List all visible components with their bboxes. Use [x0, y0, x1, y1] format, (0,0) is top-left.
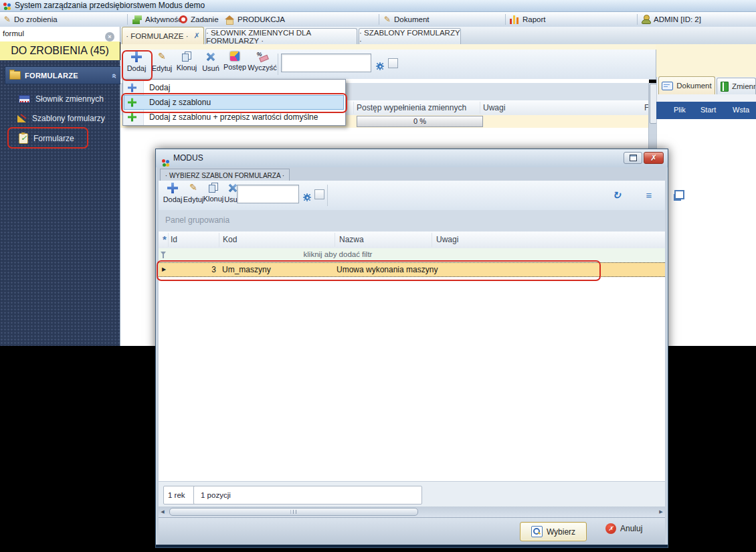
dialog-dodaj-button[interactable]: Dodaj: [163, 183, 183, 203]
scroll-left-icon[interactable]: ◀: [159, 507, 167, 517]
sidebar-search: ×: [0, 27, 120, 42]
select-magnifier-icon: [531, 526, 543, 537]
menu-item-produkcja[interactable]: PRODUKCJA: [223, 12, 287, 27]
column-header-uwagi[interactable]: Uwagi: [436, 235, 458, 244]
ribbon-tab-plik[interactable]: Plik: [674, 106, 686, 114]
menu-item-dodaj[interactable]: Dodaj: [124, 80, 344, 95]
usun-button[interactable]: Usuń: [199, 52, 222, 72]
clipboard-check-icon: [19, 133, 28, 144]
sidebar-nav: FORMULARZE Słownik zmiennych Szablony fo…: [0, 60, 120, 346]
pencil-icon: ✎: [189, 183, 197, 193]
scrollbar-thumb[interactable]: [169, 508, 418, 516]
tab-accent-band: [120, 44, 656, 50]
wybierz-button[interactable]: Wybierz: [520, 522, 587, 541]
dialog-grid-body: [159, 277, 665, 481]
tab-slownik-zmiennych[interactable]: · SŁOWNIK ZMIENNYCH DLA FORMULARZY ·: [205, 28, 357, 44]
add-dropdown-menu: Dodaj Dodaj z szablonu Dodaj z szablonu …: [122, 79, 346, 126]
close-tab-icon[interactable]: ✗: [194, 31, 200, 40]
column-header-id[interactable]: Id: [171, 235, 177, 244]
menu-item-do-zrobienia[interactable]: ✎ Do zrobienia: [2, 12, 60, 27]
clear-search-icon[interactable]: ×: [105, 32, 114, 41]
dialog-klonuj-button[interactable]: Klonuj: [203, 183, 224, 203]
menu-separator: [505, 14, 506, 25]
cell-nazwa: Umowa wykonania maszyny: [337, 265, 438, 274]
cube-icon: [230, 52, 240, 61]
group-panel-label: Panel grupowania: [165, 215, 229, 225]
eraser-icon: %: [257, 52, 268, 62]
collapse-chevron-icon[interactable]: [110, 72, 120, 80]
restore-window-button[interactable]: [624, 152, 642, 164]
ribbon-tab-wstaw[interactable]: Wsta: [733, 106, 749, 114]
dialog-edytuj-button[interactable]: ✎ Edytuj: [183, 183, 204, 203]
sidebar-search-input[interactable]: [0, 27, 107, 40]
bar-chart-icon: [510, 15, 519, 24]
dialog-search-input[interactable]: [237, 185, 299, 203]
ribbon-tab-start[interactable]: Start: [700, 106, 716, 114]
fit-columns-icon[interactable]: [674, 190, 684, 199]
filter-row[interactable]: kliknij aby dodać filtr: [159, 248, 665, 263]
row-indicator-icon: ▶: [162, 266, 166, 272]
dialog-grid-header: * Id Kod Nazwa Uwagi: [159, 232, 665, 249]
sidebar-item-formularze[interactable]: Formularze: [19, 131, 74, 146]
edytuj-button[interactable]: ✎ Edytuj: [150, 52, 174, 72]
sort-indicator-icon: *: [163, 234, 167, 245]
list-view-icon[interactable]: ≡: [646, 190, 652, 200]
dialog-title-bar[interactable]: MODUS ✗: [156, 149, 668, 167]
dialog-toolbar-checkbox[interactable]: [314, 189, 324, 199]
plus-green-icon: [128, 98, 136, 107]
menu-separator: [127, 14, 128, 25]
doc-icon: [662, 82, 673, 90]
dictionary-icon: [19, 95, 30, 103]
tab-szablony-formularzy[interactable]: · SZABLONY FORMULARZY ·: [359, 28, 461, 44]
sidebar-item-szablony-formularzy[interactable]: Szablony formularzy: [17, 111, 105, 126]
refresh-icon[interactable]: ↻: [612, 190, 621, 200]
menu-separator: [637, 14, 638, 25]
ribbon-bar: Plik Start Wsta: [656, 102, 756, 119]
column-header-kod[interactable]: Kod: [223, 235, 237, 244]
wyczysc-button[interactable]: % Wyczyść: [248, 52, 277, 72]
menu-separator: [379, 14, 379, 25]
user-icon: [642, 15, 650, 24]
menu-item-admin[interactable]: ADMIN [ID: 2]: [640, 12, 703, 27]
tab-dokument[interactable]: Dokument: [658, 76, 715, 94]
close-window-button[interactable]: ✗: [644, 152, 664, 164]
menu-item-raport[interactable]: Raport: [508, 12, 548, 27]
todo-banner[interactable]: DO ZROBIENIA (45): [0, 41, 120, 60]
position-count-box: 1 pozycji: [193, 486, 422, 504]
dialog-grid-footer: 1 rek 1 pozycji: [159, 481, 665, 507]
dialog-tab-wybierz-szablon[interactable]: · WYBIERZ SZABLON FORMULARZA ·: [160, 169, 290, 182]
tab-zmienne[interactable]: Zmienn: [717, 78, 756, 94]
tab-formularze[interactable]: · FORMULARZE · ✗: [122, 27, 204, 44]
toolbar-search-input[interactable]: [281, 54, 371, 72]
column-header-postep[interactable]: Postęp wypełnienia zmiennych: [357, 103, 466, 112]
menu-item-zadanie[interactable]: Zadanie: [177, 12, 221, 27]
menu-item-aktywnosc[interactable]: Aktywność: [130, 12, 184, 27]
sidebar-group-formularze[interactable]: FORMULARZE: [5, 66, 124, 84]
filter-icon: [161, 252, 167, 259]
gear-icon[interactable]: [377, 64, 383, 69]
progress-cell: 0 %: [357, 116, 483, 127]
scroll-right-icon[interactable]: ▶: [657, 507, 665, 517]
menu-item-dodaj-z-szablonu-przepisz[interactable]: Dodaj z szablonu + przepisz wartości dom…: [124, 110, 344, 124]
dialog-horizontal-scrollbar[interactable]: ◀ ▶: [159, 507, 665, 517]
gear-icon[interactable]: [304, 195, 310, 200]
template-icon: [17, 114, 27, 122]
plus-icon: [167, 183, 178, 193]
column-header-uwagi[interactable]: Uwagi: [483, 103, 505, 112]
toolbar-checkbox[interactable]: [388, 58, 398, 68]
main-toolbar: Dodaj ✎ Edytuj Klonuj Usuń Postęp % Wycz…: [120, 50, 656, 80]
dialog-bottom-edge: [156, 545, 668, 547]
sidebar-item-slownik-zmiennych[interactable]: Słownik zmiennych: [19, 92, 104, 106]
anuluj-button[interactable]: ✗ Anuluj: [605, 523, 642, 534]
document-tab-strip: · FORMULARZE · ✗ · SŁOWNIK ZMIENNYCH DLA…: [120, 27, 756, 44]
group-panel[interactable]: Panel grupowania: [159, 210, 665, 232]
house-icon: [225, 15, 234, 24]
dodaj-button[interactable]: Dodaj: [124, 52, 149, 72]
postep-button[interactable]: Postęp: [222, 52, 248, 71]
klonuj-button[interactable]: Klonuj: [175, 52, 199, 72]
column-header-nazwa[interactable]: Nazwa: [339, 235, 364, 244]
title-bar: System zarządzania przedsiębiorstwem Mod…: [0, 0, 756, 12]
table-row-selected[interactable]: ▶ 3 Um_maszyny Umowa wykonania maszyny: [159, 262, 665, 277]
menu-item-dokument[interactable]: ✎ Dokument: [382, 12, 431, 27]
menu-item-dodaj-z-szablonu[interactable]: Dodaj z szablonu: [124, 95, 344, 110]
